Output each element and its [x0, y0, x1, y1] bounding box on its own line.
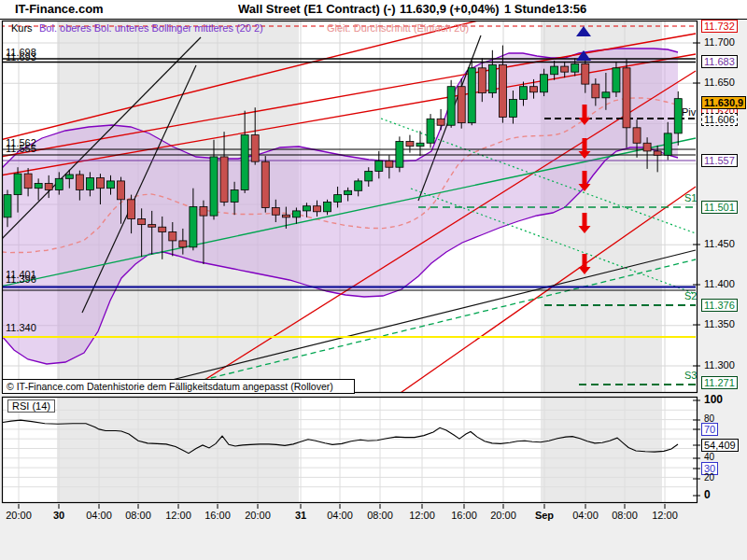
price-axis-label: 11.606 [701, 113, 738, 126]
time-axis-label: 20:00 [6, 510, 32, 521]
time-axis-label: 30 [53, 510, 64, 521]
price-axis-label: 11.350 [704, 318, 735, 329]
time-axis-label: 12:00 [409, 510, 435, 521]
time-axis-label: 12:00 [652, 510, 678, 521]
time-axis-label: 08:00 [367, 510, 393, 521]
trading-app-window: IT-Finance.com Wall Street (E1 Contract)… [0, 0, 747, 560]
legend-moving-average: Gleit. Durchschnitt (Einfach 20) [327, 22, 469, 34]
rsi-indicator-label: RSI (14) [7, 399, 55, 413]
pivot-level-label: S2 [684, 290, 697, 301]
price-axis-label: 11.557 [701, 154, 738, 167]
time-axis-label: 31 [295, 510, 306, 521]
price-axis-label: 11.300 [704, 359, 735, 371]
price-axis-label: 11.683 [701, 55, 738, 68]
time-axis-label: 20:00 [490, 510, 516, 521]
time-axis-label: 08:00 [612, 510, 638, 521]
legend-bollinger: Bol. oberes Bol. unteres Bollinger mittl… [39, 22, 263, 34]
price-axis-label: 11.271 [701, 376, 738, 389]
price-axis[interactable] [698, 20, 747, 504]
time-axis-label: 04:00 [327, 510, 353, 521]
time-axis-label: 04:00 [572, 510, 599, 521]
price-axis-label: 11.700 [704, 36, 735, 48]
price-axis-label: 11.400 [704, 278, 735, 289]
time-axis-label: 08:00 [125, 510, 151, 521]
time-axis-label: 04:00 [86, 510, 112, 521]
price-axis-label: 11.450 [704, 238, 735, 249]
time-axis-label: 16:00 [204, 510, 231, 521]
chart-level-label: 11.396 [6, 273, 36, 285]
legend-kurs: Kurs [11, 22, 33, 34]
price-axis-label: 11.630,9 [701, 96, 746, 109]
price-axis-label: 11.376 [701, 299, 738, 312]
copyright-note: © IT-Finance.com Datenhistorie dem Fälli… [2, 379, 355, 394]
pivot-level-label: Piv [682, 106, 696, 118]
price-chart-canvas[interactable] [0, 0, 747, 560]
chart-level-label: 11.340 [6, 322, 36, 333]
time-axis-label: 16:00 [451, 510, 477, 521]
chart-level-label: 11.555 [6, 143, 36, 154]
price-axis-label: 11.501 [701, 201, 738, 214]
time-axis-label: 12:00 [165, 510, 191, 521]
time-axis-label: 20:00 [245, 510, 271, 521]
pivot-level-label: S1 [684, 192, 697, 203]
pivot-level-label: S3 [684, 370, 697, 381]
time-axis-label: Sep [535, 510, 554, 521]
price-axis-label: 11.650 [704, 77, 735, 88]
price-axis-label: 11.732 [701, 20, 738, 33]
chart-level-label: 11.693 [6, 51, 36, 63]
